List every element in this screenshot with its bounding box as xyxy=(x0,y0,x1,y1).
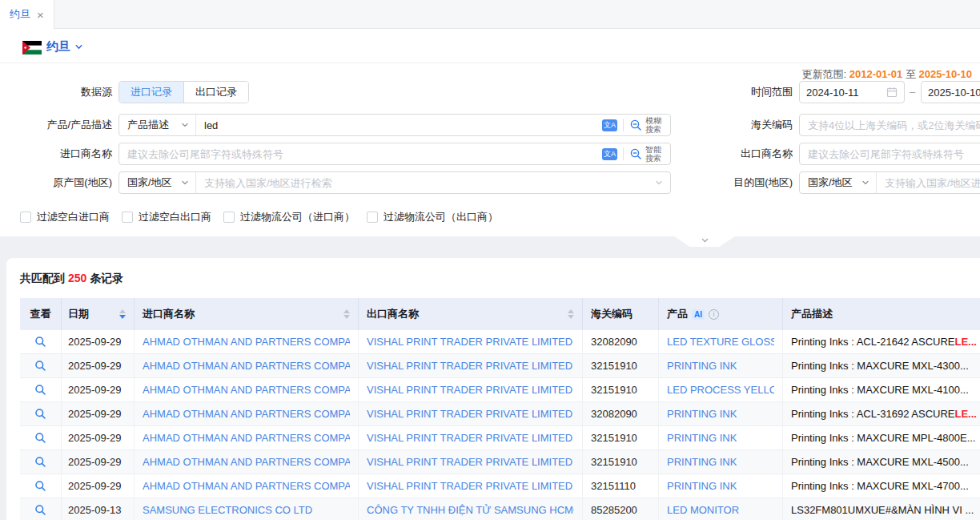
export-records-button[interactable]: 出口记录 xyxy=(183,82,248,103)
chevron-down-icon xyxy=(74,42,83,51)
sort-icon[interactable] xyxy=(568,309,574,319)
exporter-link[interactable]: VISHAL PRINT TRADER PRIVATE LIMITED xyxy=(367,384,572,396)
product-link[interactable]: PRINTING INK xyxy=(667,456,737,468)
exporter-link[interactable]: VISHAL PRINT TRADER PRIVATE LIMITED xyxy=(367,480,572,492)
exporter-link[interactable]: VISHAL PRINT TRADER PRIVATE LIMITED xyxy=(367,456,572,468)
column-importer[interactable]: 进口商名称 xyxy=(135,298,359,330)
cell-hs-code: 32151910 xyxy=(583,450,659,474)
results-summary: 共匹配到 250 条记录 xyxy=(20,272,123,286)
view-record-button[interactable] xyxy=(20,498,62,520)
sort-icon[interactable] xyxy=(343,309,350,319)
origin-country-label: 原产国(地区) xyxy=(0,171,112,194)
chevron-down-icon xyxy=(862,179,870,187)
cell-date: 2025-09-13 xyxy=(62,498,135,520)
table-row: 2025-09-29 AHMAD OTHMAN AND PARTNERS COM… xyxy=(20,330,980,354)
exporter-link[interactable]: VISHAL PRINT TRADER PRIVATE LIMITED xyxy=(367,360,572,372)
highlight-text: LE... xyxy=(955,336,977,348)
column-exporter[interactable]: 出口商名称 xyxy=(359,298,583,330)
exporter-link[interactable]: VISHAL PRINT TRADER PRIVATE LIMITED xyxy=(367,432,572,444)
search-icon xyxy=(34,384,46,396)
product-link[interactable]: PRINTING INK xyxy=(667,480,737,492)
product-link[interactable]: LED PROCESS YELLOW... xyxy=(667,384,774,396)
importer-link[interactable]: AHMAD OTHMAN AND PARTNERS COMPA... xyxy=(143,408,350,420)
table-row: 2025-09-13 SAMSUNG ELECTRONICS CO LTD CÔ… xyxy=(20,498,980,520)
view-record-button[interactable] xyxy=(20,474,62,498)
table-row: 2025-09-29 AHMAD OTHMAN AND PARTNERS COM… xyxy=(20,426,980,450)
exporter-input[interactable] xyxy=(800,143,980,164)
view-record-button[interactable] xyxy=(20,378,62,401)
translate-icon[interactable]: 文A xyxy=(602,148,617,160)
time-range-label: 时间范围 xyxy=(681,81,793,103)
importer-link[interactable]: AHMAD OTHMAN AND PARTNERS COMPA... xyxy=(143,432,350,444)
product-link[interactable]: PRINTING INK xyxy=(667,432,737,444)
product-link[interactable]: PRINTING INK xyxy=(667,408,737,420)
end-date-input[interactable]: 2025-10-10 xyxy=(921,81,980,103)
country-selector[interactable]: 约旦 xyxy=(46,39,83,54)
cell-date: 2025-09-29 xyxy=(62,402,135,425)
close-icon[interactable]: × xyxy=(37,9,44,21)
translate-icon[interactable]: 文A xyxy=(602,119,617,131)
divider xyxy=(623,119,624,131)
results-panel: 共匹配到 250 条记录 查看 日期 进口商名称 出口商名称 xyxy=(6,258,980,520)
date-range-separator: – xyxy=(910,81,915,103)
importer-link[interactable]: SAMSUNG ELECTRONICS CO LTD xyxy=(143,504,312,516)
product-input[interactable] xyxy=(196,115,595,135)
importer-input[interactable] xyxy=(119,143,595,164)
start-date-input[interactable]: 2024-10-11 xyxy=(799,81,905,103)
hs-code-group xyxy=(799,114,980,136)
filter-blank-importer: 过滤空白进口商 xyxy=(20,210,110,224)
column-date[interactable]: 日期 xyxy=(62,298,135,330)
view-record-button[interactable] xyxy=(20,426,62,449)
checkbox[interactable] xyxy=(223,212,235,223)
cell-date: 2025-09-29 xyxy=(62,330,135,353)
search-icon xyxy=(34,360,46,372)
fuzzy-search-button[interactable]: 模糊搜索 xyxy=(629,116,663,134)
view-record-button[interactable] xyxy=(20,450,62,474)
exporter-group xyxy=(799,143,980,165)
checkbox[interactable] xyxy=(367,212,378,223)
tab-label: 约旦 xyxy=(10,7,30,22)
table-row: 2025-09-29 AHMAD OTHMAN AND PARTNERS COM… xyxy=(20,474,980,498)
trade-data-app: 约旦 × 约旦 更新范围: 2012-01-01 至 2025-10-10 数据… xyxy=(0,0,980,520)
tab-bar: 约旦 × xyxy=(0,0,980,29)
product-label: 产品/产品描述 xyxy=(0,114,112,136)
importer-link[interactable]: AHMAD OTHMAN AND PARTNERS COMPA... xyxy=(143,336,350,348)
importer-link[interactable]: AHMAD OTHMAN AND PARTNERS COMPA... xyxy=(143,456,350,468)
origin-country-input[interactable] xyxy=(196,172,655,193)
import-records-button[interactable]: 进口记录 xyxy=(119,82,183,103)
importer-link[interactable]: AHMAD OTHMAN AND PARTNERS COMPA... xyxy=(143,480,350,492)
importer-link[interactable]: AHMAD OTHMAN AND PARTNERS COMPA... xyxy=(143,360,350,372)
checkbox[interactable] xyxy=(20,212,31,223)
cell-hs-code: 32151910 xyxy=(583,354,659,377)
importer-link[interactable]: AHMAD OTHMAN AND PARTNERS COMPA... xyxy=(143,384,350,396)
info-icon[interactable]: i xyxy=(709,309,719,320)
dest-country-select[interactable]: 国家/地区 xyxy=(800,172,877,193)
product-link[interactable]: LED MONITOR xyxy=(667,504,739,516)
product-link[interactable]: PRINTING INK xyxy=(667,360,737,372)
table-row: 2025-09-29 AHMAD OTHMAN AND PARTNERS COM… xyxy=(20,450,980,474)
exporter-link[interactable]: CÔNG TY TNHH ĐIỆN TỬ SAMSUNG HCMC... xyxy=(367,504,574,516)
country-name: 约旦 xyxy=(46,39,70,54)
exporter-link[interactable]: VISHAL PRINT TRADER PRIVATE LIMITED xyxy=(367,336,572,348)
sort-icon[interactable] xyxy=(119,309,126,319)
view-record-button[interactable] xyxy=(20,402,62,425)
dest-country-input[interactable] xyxy=(877,172,980,193)
smart-search-button[interactable]: 智能搜索 xyxy=(629,145,663,163)
cell-hs-code: 32151110 xyxy=(583,474,659,498)
filter-blank-exporter: 过滤空白出口商 xyxy=(122,210,211,224)
product-search-group: 产品描述 文A 模糊搜索 xyxy=(118,114,671,136)
column-view: 查看 xyxy=(20,298,62,330)
tab-jordan[interactable]: 约旦 × xyxy=(0,0,54,29)
checkbox[interactable] xyxy=(122,212,133,223)
column-description: 产品描述 xyxy=(783,298,980,330)
view-record-button[interactable] xyxy=(20,330,62,353)
exporter-link[interactable]: VISHAL PRINT TRADER PRIVATE LIMITED xyxy=(367,408,572,420)
hs-code-input[interactable] xyxy=(800,115,980,135)
product-link[interactable]: LED TEXTURE GLOSS ... xyxy=(667,336,774,348)
product-type-select[interactable]: 产品描述 xyxy=(119,115,196,135)
view-record-button[interactable] xyxy=(20,354,62,377)
data-source-toggle: 进口记录 出口记录 xyxy=(118,81,249,103)
end-date-value: 2025-10-10 xyxy=(928,87,980,99)
origin-country-select[interactable]: 国家/地区 xyxy=(119,172,196,193)
cell-date: 2025-09-29 xyxy=(62,354,135,377)
